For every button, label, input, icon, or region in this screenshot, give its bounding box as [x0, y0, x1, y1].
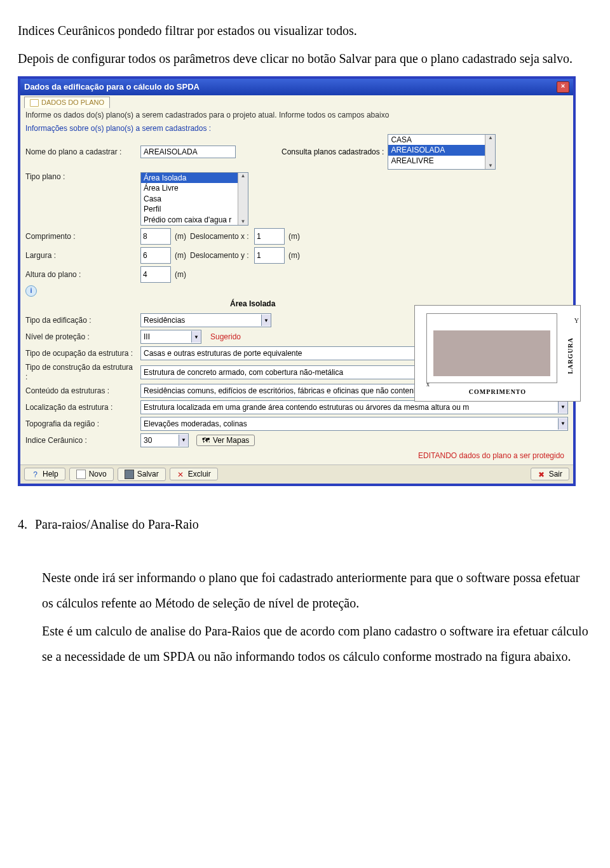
section-4-p1: Neste onde irá ser informando o plano qu…	[42, 565, 592, 616]
section-4-p2: Este é um calculo de analise do Para-Rai…	[42, 618, 592, 669]
label-tipo-ocup: Tipo de ocupação da estrutura :	[25, 349, 137, 358]
scrollbar[interactable]: ▲▼	[238, 173, 248, 225]
label-indice: Indice Cerâunico :	[25, 436, 137, 445]
diagram-y-label: Y	[574, 315, 579, 327]
label-altura: Altura do plano :	[25, 270, 137, 279]
altura-input[interactable]	[140, 266, 171, 283]
tab-label: DADOS DO PLANO	[41, 98, 104, 106]
tipo-edif-select[interactable]: Residências▼	[140, 313, 271, 327]
sugerido-label: Sugerido	[210, 332, 241, 341]
button-label: Help	[43, 470, 58, 478]
label-conteudo: Conteúdo da estruturas :	[25, 386, 137, 395]
new-icon	[76, 470, 86, 479]
desloc-y-input[interactable]	[254, 247, 285, 264]
ver-mapas-button[interactable]: 🗺Ver Mapas	[196, 435, 255, 446]
desloc-x-input[interactable]	[254, 228, 285, 245]
folder-icon	[30, 99, 39, 107]
button-label: Excluir	[188, 470, 211, 478]
select-value: III	[144, 332, 150, 341]
sair-button[interactable]: ✖Sair	[531, 468, 569, 480]
label-topografia: Topografia da região :	[25, 419, 137, 428]
dialog-instruction: Informe os dados do(s) plano(s) a serem …	[20, 108, 573, 121]
chevron-down-icon: ▼	[191, 331, 201, 342]
tab-dados-plano[interactable]: DADOS DO PLANO	[24, 97, 110, 108]
info-icon[interactable]: i	[25, 285, 37, 297]
exit-icon: ✖	[538, 470, 546, 478]
close-icon[interactable]: ×	[557, 81, 569, 93]
chevron-down-icon: ▼	[179, 435, 188, 446]
label-tipo-constr: Tipo de construção da estrutura :	[25, 363, 137, 381]
unit: (m)	[288, 251, 300, 260]
nivel-select[interactable]: III▼	[140, 330, 201, 344]
label-desloc-y: Deslocamento y :	[190, 251, 250, 260]
select-value: 30	[144, 436, 152, 445]
spda-dialog: Dados da edificação para o cálculo do SP…	[18, 76, 576, 486]
label-tipo: Tipo plano :	[25, 172, 137, 181]
list-item[interactable]: Casa	[141, 194, 248, 204]
section-number: 4.	[18, 517, 27, 531]
section-title: Para-raios/Analise do Para-Raio	[35, 517, 199, 531]
label-consulta: Consulta planos cadastrados :	[281, 147, 384, 156]
paragraph-2: Depois de configurar todos os parâmetros…	[18, 46, 592, 71]
scrollbar[interactable]: ▲▼	[485, 135, 495, 169]
list-item[interactable]: Perfil	[141, 204, 248, 214]
unit: (m)	[175, 232, 186, 241]
chevron-down-icon: ▼	[261, 315, 271, 326]
section-4: 4.Para-raios/Analise do Para-Raio Neste …	[18, 512, 592, 669]
label-largura: Largura :	[25, 251, 137, 260]
list-item[interactable]: AREALIVRE	[388, 156, 495, 166]
excluir-button[interactable]: ✕Excluir	[170, 468, 218, 480]
label-tipo-edif: Tipo da edificação :	[25, 316, 137, 325]
select-value: Estrutura de concreto armado, com cobert…	[144, 368, 343, 377]
consulta-listbox[interactable]: CASA AREAISOLADA AREALIVRE ▲▼	[388, 134, 496, 170]
diagram-preview: Y x LARGURA COMPRIMENTO	[414, 305, 581, 402]
select-value: Elevações moderadas, colinas	[144, 419, 247, 428]
chevron-down-icon: ▼	[558, 418, 567, 430]
localizacao-select[interactable]: Estrutura localizada em uma grande área …	[140, 400, 568, 414]
list-item[interactable]: CASA	[388, 135, 495, 145]
button-label: Sair	[549, 470, 562, 478]
label-comprimento: Comprimento :	[25, 232, 137, 241]
help-icon: ?	[31, 470, 39, 478]
novo-button[interactable]: Novo	[69, 468, 114, 481]
select-value: Casas e outras estruturas de porte equiv…	[144, 349, 302, 358]
save-icon	[125, 470, 134, 479]
status-editando: EDITANDO dados do plano a ser protegido	[20, 449, 573, 464]
list-item[interactable]: Prédio com caixa d'agua r	[141, 215, 248, 225]
topografia-select[interactable]: Elevações moderadas, colinas▼	[140, 417, 568, 431]
diagram-largura-label: LARGURA	[564, 337, 577, 374]
select-value: Estrutura localizada em uma grande área …	[144, 403, 469, 412]
list-item[interactable]: Área Isolada	[141, 173, 248, 183]
list-item[interactable]: Área Livre	[141, 183, 248, 193]
button-bar: ?Help Novo Salvar ✕Excluir ✖Sair	[20, 465, 573, 484]
label-localizacao: Localização da estrutura :	[25, 403, 137, 412]
map-icon: 🗺	[202, 436, 210, 445]
chevron-down-icon: ▼	[558, 402, 567, 413]
unit: (m)	[175, 251, 186, 260]
nome-input[interactable]	[140, 146, 236, 158]
comprimento-input[interactable]	[140, 228, 171, 245]
tipo-listbox[interactable]: Área Isolada Área Livre Casa Perfil Préd…	[140, 172, 248, 226]
dialog-title: Dados da edificação para o cálculo do SP…	[24, 82, 200, 92]
dialog-titlebar: Dados da edificação para o cálculo do SP…	[20, 79, 573, 95]
indice-select[interactable]: 30▼	[140, 433, 189, 447]
group-header: Informações sobre o(s) plano(s) a serem …	[20, 121, 573, 133]
button-label: Salvar	[137, 470, 159, 478]
largura-input[interactable]	[140, 247, 171, 264]
button-label: Ver Mapas	[213, 436, 249, 445]
select-value: Residências	[144, 316, 185, 325]
salvar-button[interactable]: Salvar	[118, 468, 166, 481]
help-button[interactable]: ?Help	[24, 468, 65, 480]
unit: (m)	[175, 270, 186, 279]
paragraph-1: Indices Ceurânicos pondedo filtrar por e…	[18, 18, 592, 43]
unit: (m)	[288, 232, 300, 241]
label-desloc-x: Deslocamento x :	[190, 232, 250, 241]
label-nome: Nome do plano a cadastrar :	[25, 147, 137, 156]
delete-icon: ✕	[177, 470, 185, 478]
diagram-comprimento-label: COMPRIMENTO	[415, 386, 580, 398]
button-label: Novo	[89, 470, 107, 478]
label-nivel: Nível de proteção :	[25, 332, 137, 341]
list-item[interactable]: AREAISOLADA	[388, 145, 495, 155]
